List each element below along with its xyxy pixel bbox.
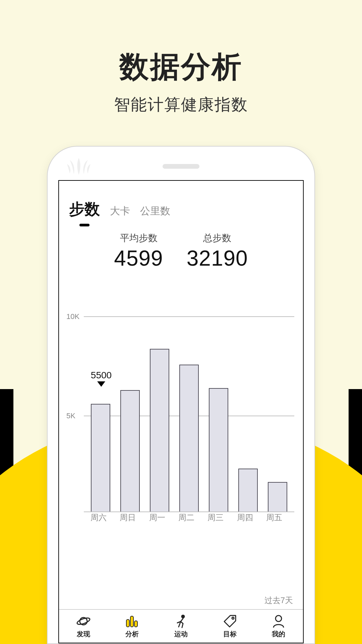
- svg-point-1: [76, 616, 90, 626]
- bar-rect: [238, 469, 258, 512]
- bar-rect: [150, 349, 169, 512]
- x-label: 周日: [118, 512, 138, 523]
- brand-logo-icon: [67, 158, 90, 175]
- bar-4[interactable]: [208, 388, 229, 512]
- x-label: 周一: [147, 512, 167, 523]
- nav-goal[interactable]: 目标: [205, 610, 254, 643]
- nav-discover[interactable]: 发现: [59, 610, 108, 643]
- svg-rect-2: [126, 620, 129, 627]
- runner-icon: [174, 614, 188, 628]
- stat-average: 平均步数 4599: [114, 232, 163, 271]
- stat-total-label: 总步数: [187, 232, 248, 245]
- bars-icon: [125, 614, 139, 628]
- tab-distance[interactable]: 公里数: [140, 204, 170, 222]
- svg-point-5: [182, 615, 184, 618]
- bar-2[interactable]: [149, 349, 170, 512]
- steps-bar-chart: 5500 10K 5K 周六周日周一周二周三周四周五: [68, 284, 294, 512]
- bar-rect: [179, 365, 199, 512]
- nav-sport-label: 运动: [174, 630, 188, 639]
- tag-icon: [223, 614, 237, 628]
- stat-average-value: 4599: [114, 246, 163, 271]
- phone-screen: 步数 大卡 公里数 平均步数 4599 总步数 32190 5500: [58, 180, 304, 643]
- y-tick-5k: 5K: [66, 412, 75, 420]
- nav-mine[interactable]: 我的: [254, 610, 303, 643]
- bar-6[interactable]: [267, 482, 288, 512]
- x-label: 周五: [264, 512, 284, 523]
- bar-5[interactable]: [238, 469, 258, 512]
- svg-rect-3: [130, 616, 133, 627]
- bar-rect: [120, 390, 140, 512]
- tab-steps[interactable]: 步数: [69, 199, 100, 224]
- y-tick-10k: 10K: [66, 312, 79, 321]
- nav-analysis-label: 分析: [125, 630, 139, 639]
- x-label: 周二: [176, 512, 196, 523]
- summary-stats: 平均步数 4599 总步数 32190: [59, 232, 303, 271]
- x-label: 周六: [88, 512, 109, 523]
- person-icon: [272, 614, 286, 628]
- phone-speaker: [163, 164, 199, 169]
- bar-rect: [209, 388, 228, 512]
- x-label: 周三: [205, 512, 226, 523]
- bar-1[interactable]: [120, 390, 140, 512]
- nav-sport[interactable]: 运动: [157, 610, 205, 643]
- phone-mock: 步数 大卡 公里数 平均步数 4599 总步数 32190 5500: [47, 146, 315, 644]
- nav-goal-label: 目标: [223, 630, 237, 639]
- nav-analysis[interactable]: 分析: [108, 610, 157, 643]
- promo-page: 数据分析 智能计算健康指数 步数 大卡 公里数: [0, 0, 362, 644]
- stat-average-label: 平均步数: [114, 232, 163, 245]
- metric-tabs: 步数 大卡 公里数: [59, 181, 303, 224]
- planet-icon: [76, 614, 90, 628]
- period-label: 过去7天: [264, 595, 293, 606]
- bar-0[interactable]: [90, 404, 111, 512]
- bar-3[interactable]: [179, 365, 199, 512]
- nav-discover-label: 发现: [77, 630, 90, 639]
- nav-mine-label: 我的: [272, 630, 285, 639]
- x-label: 周四: [235, 512, 255, 523]
- svg-point-7: [276, 615, 282, 622]
- stat-total-value: 32190: [187, 246, 248, 271]
- hero-title: 数据分析: [0, 47, 362, 87]
- bar-rect: [268, 482, 287, 512]
- hero-subtitle: 智能计算健康指数: [0, 94, 362, 115]
- bar-rect: [91, 404, 110, 512]
- chart-x-axis: 周六周日周一周二周三周四周五: [84, 512, 289, 523]
- svg-rect-4: [134, 621, 137, 627]
- svg-point-6: [232, 617, 234, 619]
- stat-total: 总步数 32190: [187, 232, 248, 271]
- bottom-nav: 发现 分析 运动 目标: [59, 609, 303, 643]
- chart-plot-area: [84, 284, 294, 512]
- tab-calories[interactable]: 大卡: [110, 204, 130, 222]
